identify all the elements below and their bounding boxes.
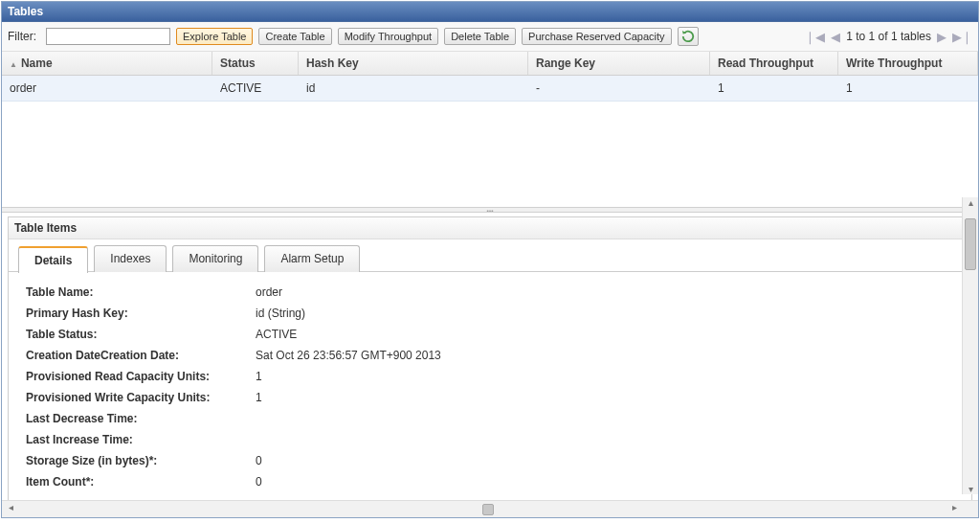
- filter-input[interactable]: [46, 28, 170, 45]
- vertical-scrollbar[interactable]: ▴ ▾: [962, 197, 978, 494]
- scroll-thumb[interactable]: [965, 218, 976, 270]
- row-read: 1: [710, 76, 838, 101]
- splitter-handle[interactable]: ••••: [2, 207, 978, 213]
- hscroll-thumb[interactable]: [482, 504, 494, 515]
- row-name: order: [2, 76, 212, 101]
- col-name[interactable]: ▲Name: [2, 52, 212, 75]
- label-table-name: Table Name:: [26, 285, 256, 299]
- modify-throughput-button[interactable]: Modify Throughput: [338, 28, 439, 45]
- col-status[interactable]: Status: [212, 52, 299, 75]
- row-write: 1: [838, 76, 978, 101]
- scroll-left-icon[interactable]: ◂: [4, 502, 17, 512]
- tab-details[interactable]: Details: [18, 246, 88, 273]
- row-hash: id: [299, 76, 528, 101]
- table-row[interactable]: order ACTIVE id - 1 1: [2, 76, 978, 102]
- explore-table-button[interactable]: Explore Table: [176, 28, 253, 45]
- label-last-decrease: Last Decrease Time:: [26, 412, 256, 425]
- delete-table-button[interactable]: Delete Table: [444, 28, 516, 45]
- table-items-panel: Table Items Details Indexes Monitoring A…: [8, 216, 972, 501]
- label-primary-hash: Primary Hash Key:: [26, 307, 256, 320]
- value-storage-size: 0: [256, 454, 262, 467]
- pager-next-icon[interactable]: ▶: [937, 30, 947, 44]
- pager: ❘◀ ◀ 1 to 1 of 1 tables ▶ ▶❘: [805, 30, 972, 44]
- horizontal-scrollbar[interactable]: ◂ ▸: [2, 500, 978, 517]
- grid-header: ▲Name Status Hash Key Range Key Read Thr…: [2, 52, 978, 76]
- label-creation-date: Creation DateCreation Date:: [26, 349, 256, 362]
- value-write-units: 1: [256, 391, 262, 404]
- scroll-down-icon[interactable]: ▾: [963, 484, 978, 494]
- col-range[interactable]: Range Key: [528, 52, 710, 75]
- value-primary-hash: id (String): [256, 307, 305, 320]
- tab-alarm-setup[interactable]: Alarm Setup: [264, 245, 360, 272]
- value-read-units: 1: [256, 370, 262, 383]
- col-read[interactable]: Read Throughput: [710, 52, 838, 75]
- scroll-right-icon[interactable]: ▸: [947, 502, 961, 512]
- label-table-status: Table Status:: [26, 328, 256, 341]
- filter-label: Filter:: [8, 30, 36, 43]
- tabs: Details Indexes Monitoring Alarm Setup: [9, 239, 971, 272]
- tab-indexes[interactable]: Indexes: [94, 245, 167, 272]
- label-read-units: Provisioned Read Capacity Units:: [26, 370, 256, 383]
- tables-panel: Tables Filter: Explore Table Create Tabl…: [1, 1, 979, 518]
- col-hash[interactable]: Hash Key: [299, 52, 528, 75]
- table-items-title: Table Items: [9, 217, 971, 239]
- refresh-button[interactable]: [678, 27, 699, 46]
- value-table-status: ACTIVE: [256, 328, 297, 341]
- row-status: ACTIVE: [212, 76, 299, 101]
- value-table-name: order: [256, 285, 282, 299]
- row-range: -: [528, 76, 710, 101]
- pager-text: 1 to 1 of 1 tables: [846, 30, 931, 43]
- scroll-up-icon[interactable]: ▴: [963, 197, 978, 208]
- purchase-capacity-button[interactable]: Purchase Reserved Capacity: [522, 28, 671, 45]
- toolbar: Filter: Explore Table Create Table Modif…: [2, 22, 978, 52]
- pager-last-icon[interactable]: ▶❘: [952, 30, 972, 44]
- col-write[interactable]: Write Throughput: [838, 52, 978, 75]
- create-table-button[interactable]: Create Table: [258, 28, 331, 45]
- pager-first-icon[interactable]: ❘◀: [805, 30, 825, 44]
- label-storage-size: Storage Size (in bytes)*:: [26, 454, 256, 467]
- grid-empty-area: [2, 102, 978, 207]
- details-body: Table Name:order Primary Hash Key:id (St…: [9, 271, 971, 500]
- refresh-icon: [681, 30, 695, 43]
- label-item-count: Item Count*:: [26, 475, 256, 489]
- label-write-units: Provisioned Write Capacity Units:: [26, 391, 256, 404]
- pager-prev-icon[interactable]: ◀: [831, 30, 840, 44]
- value-creation-date: Sat Oct 26 23:56:57 GMT+900 2013: [256, 349, 441, 362]
- label-last-increase: Last Increase Time:: [26, 433, 256, 446]
- panel-title: Tables: [2, 2, 978, 22]
- tab-monitoring[interactable]: Monitoring: [172, 245, 258, 272]
- sort-asc-icon: ▲: [10, 60, 17, 69]
- value-item-count: 0: [256, 475, 262, 489]
